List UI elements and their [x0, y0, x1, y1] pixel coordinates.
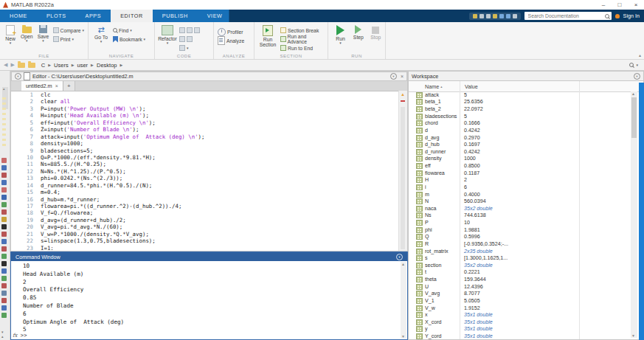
minimized-panel-icon[interactable]: [1, 313, 7, 318]
minimized-panel-icon[interactable]: [1, 195, 7, 200]
search-folder-icon[interactable]: [629, 63, 634, 67]
workspace-row[interactable]: bladesections5: [409, 113, 636, 120]
minimized-panel-icon[interactable]: [1, 217, 7, 222]
warning-indicator-icon[interactable]: [401, 92, 405, 97]
run-button[interactable]: Run: [334, 24, 347, 44]
minimized-panel-icon[interactable]: [1, 261, 7, 266]
error-marker[interactable]: [401, 100, 405, 102]
find-button[interactable]: Find: [113, 27, 145, 34]
open-button[interactable]: Open: [20, 24, 33, 42]
tab-publish[interactable]: PUBLISH: [153, 10, 198, 22]
tab-home[interactable]: HOME: [0, 10, 37, 22]
workspace-row[interactable]: Y_cord35x1 double: [409, 333, 636, 339]
workspace-row[interactable]: P10: [409, 219, 636, 226]
workspace-row[interactable]: eff0.8500: [409, 162, 636, 170]
workspace-row[interactable]: m0.4000: [409, 191, 636, 198]
save-icon[interactable]: [473, 14, 477, 18]
minimized-panel-icon[interactable]: [1, 187, 7, 192]
workspace-row[interactable]: N560.0394: [409, 198, 636, 205]
value-column-header[interactable]: Value: [460, 83, 478, 90]
workspace-row[interactable]: X_cord35x1 double: [409, 319, 636, 326]
workspace-row[interactable]: naca35x2 double: [409, 205, 636, 212]
workspace-row[interactable]: theta159.3644: [409, 276, 636, 283]
new-button[interactable]: New: [4, 24, 17, 44]
workspace-row[interactable]: beta_125.6356: [409, 99, 636, 106]
folder-up-icon[interactable]: [18, 63, 25, 68]
profiler-button[interactable]: Profiler: [218, 28, 250, 35]
panel-menu-icon[interactable]: [634, 73, 640, 80]
minimized-panel-icon[interactable]: [1, 276, 7, 281]
help-icon[interactable]: [513, 14, 517, 18]
forward-arrow-icon[interactable]: [10, 62, 14, 68]
panel-menu-icon[interactable]: [390, 73, 397, 80]
new-tab-button[interactable]: [63, 81, 75, 91]
command-window-output[interactable]: 10Head Available (m)2Overall Efficiency0…: [11, 261, 400, 339]
workspace-row[interactable]: i6: [409, 184, 636, 191]
workspace-row[interactable]: flowarea0.1187: [409, 170, 636, 177]
bookmark-button[interactable]: Bookmark: [113, 35, 145, 43]
path-segment-c[interactable]: C: [41, 62, 45, 69]
close-tab-icon[interactable]: [55, 83, 58, 89]
search-documentation-input[interactable]: [527, 13, 603, 19]
minimized-panel-icon[interactable]: [1, 180, 7, 185]
workspace-row[interactable]: V_15.0505: [409, 297, 636, 305]
tab-editor[interactable]: EDITOR: [111, 10, 153, 22]
redo-icon[interactable]: [506, 14, 510, 18]
workspace-row[interactable]: d_hub0.1697: [409, 141, 636, 148]
comment-icon[interactable]: [179, 27, 185, 33]
tab-untitled2[interactable]: untitled2.m: [21, 81, 63, 91]
print-button[interactable]: Print: [53, 35, 84, 43]
minimized-panel-icon[interactable]: [1, 173, 7, 178]
workspace-row[interactable]: V_w1.9152: [409, 305, 636, 312]
minimized-panel-icon[interactable]: [1, 291, 7, 296]
panel-menu-icon[interactable]: [396, 254, 403, 260]
close-panel-icon[interactable]: [401, 74, 404, 79]
minimized-panel-icon[interactable]: [1, 209, 7, 215]
workspace-row[interactable]: R[-0.9356,0.3524;-...: [409, 240, 636, 248]
uncomment-icon[interactable]: [179, 36, 185, 42]
workspace-row[interactable]: section35x2 double: [409, 262, 636, 269]
tab-apps[interactable]: APPS: [76, 10, 111, 22]
smart-indent-icon[interactable]: [187, 36, 193, 42]
wrap-icon[interactable]: [194, 27, 200, 33]
tab-view[interactable]: VIEW: [198, 10, 232, 22]
undo-icon[interactable]: [499, 14, 504, 18]
path-segment-users[interactable]: Users: [54, 62, 69, 69]
editor-indicator-strip[interactable]: [398, 91, 407, 251]
sign-in-button[interactable]: Sign In: [623, 13, 640, 19]
workspace-scrollbar[interactable]: [631, 91, 637, 338]
section-break-button[interactable]: Section Break: [280, 27, 324, 34]
workspace-row[interactable]: chord0.1666: [409, 120, 636, 128]
workspace-row[interactable]: beta_222.0972: [409, 105, 636, 113]
workspace-row[interactable]: rot_matrix2x35 double: [409, 248, 636, 255]
chevron-down-icon[interactable]: [636, 64, 638, 66]
workspace-row[interactable]: Q0.5996: [409, 234, 636, 241]
left-strip-scroll-arrows[interactable]: ▾▴: [1, 330, 4, 339]
minimized-panel-icon[interactable]: [1, 305, 7, 310]
browse-folder-icon[interactable]: [28, 63, 35, 68]
back-arrow-icon[interactable]: [4, 62, 7, 68]
compare-button[interactable]: Compare: [53, 27, 84, 34]
minimized-panel-icon[interactable]: [1, 165, 7, 170]
search-icon[interactable]: [605, 14, 609, 18]
path-segment-desktop[interactable]: Desktop: [97, 62, 117, 69]
workspace-row[interactable]: s[1.3000,1.1625,1...: [409, 254, 636, 262]
workspace-row[interactable]: d0.4242: [409, 127, 636, 134]
run-and-advance-button[interactable]: Run and Advance: [280, 35, 324, 43]
tab-plots[interactable]: PLOTS: [37, 10, 76, 22]
workspace-row[interactable]: H2: [409, 177, 636, 184]
workspace-row[interactable]: x35x1 double: [409, 311, 636, 319]
minimized-panel-icon[interactable]: [1, 283, 7, 288]
paste-icon[interactable]: [493, 14, 497, 18]
step-button[interactable]: Step: [353, 24, 364, 40]
stop-button[interactable]: Stop: [370, 24, 381, 40]
cut-icon[interactable]: [479, 14, 484, 18]
workspace-row[interactable]: y35x1 double: [409, 326, 636, 333]
minimize-icon[interactable]: [595, 1, 612, 8]
more-code-icon[interactable]: [179, 45, 185, 51]
minimized-panel-icon[interactable]: [1, 246, 7, 251]
workspace-row[interactable]: attack5: [409, 91, 636, 99]
workspace-row[interactable]: d_avg0.2970: [409, 134, 636, 142]
analyze-button[interactable]: Analyze: [218, 37, 250, 44]
notifications-bell-icon[interactable]: [615, 14, 620, 18]
